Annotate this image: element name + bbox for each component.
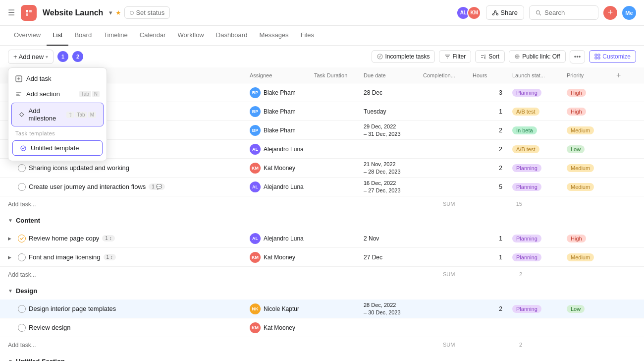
user-avatar[interactable]: Me xyxy=(622,6,636,20)
add-task-item[interactable]: Add task xyxy=(8,71,107,86)
priority-cell: Low xyxy=(567,305,616,313)
svg-line-8 xyxy=(496,12,497,13)
avatar: AL xyxy=(250,181,261,192)
table-row[interactable]: ▶ Font and image licensing 1 ↕ KM Kat Mo… xyxy=(0,248,644,267)
tab-workflow[interactable]: Workflow xyxy=(172,26,210,46)
section-untitled[interactable]: ▼ Untitled Section xyxy=(0,352,644,361)
add-new-button[interactable]: + Add new ▾ xyxy=(8,50,54,64)
incomplete-tasks-button[interactable]: Incomplete tasks xyxy=(372,50,435,63)
toolbar: + Add new ▾ 1 2 Add task Add section Tab… xyxy=(0,46,644,67)
add-milestone-shortcut: ⇧TabM xyxy=(66,112,96,118)
col-duration-header: Task Duration xyxy=(314,72,364,78)
sort-button[interactable]: Sort xyxy=(475,50,505,63)
template-untitled[interactable]: Untitled template xyxy=(12,140,103,156)
task-checkbox[interactable] xyxy=(18,164,26,172)
customize-button[interactable]: Customize xyxy=(589,50,636,63)
launch-cell: A/B test xyxy=(512,108,567,116)
avatar: KM xyxy=(467,6,481,20)
svg-rect-0 xyxy=(24,8,33,17)
add-section-shortcut: TabN xyxy=(79,91,100,97)
hours-cell: 3 xyxy=(473,89,512,96)
add-new-dropdown: Add task Add section TabN Add milestone … xyxy=(8,67,107,161)
due-cell: 21 Nov, 2022– 28 Dec, 2023 xyxy=(364,161,423,175)
tab-overview[interactable]: Overview xyxy=(8,26,47,46)
more-options-button[interactable]: ••• xyxy=(570,50,586,63)
launch-cell: Planning xyxy=(512,235,567,242)
svg-point-4 xyxy=(495,10,496,12)
svg-marker-17 xyxy=(20,113,24,117)
filter-button[interactable]: Filter xyxy=(439,50,471,63)
launch-cell: In beta xyxy=(512,126,567,134)
svg-line-7 xyxy=(494,12,495,13)
priority-cell: High xyxy=(567,235,616,242)
expand-icon[interactable]: ▶ xyxy=(8,255,15,260)
chevron-icon: ▼ xyxy=(8,359,13,361)
avatar: KM xyxy=(250,252,261,263)
assignee-cell: BP Blake Pham xyxy=(250,125,314,136)
menu-icon[interactable]: ☰ xyxy=(8,8,15,17)
public-link-button[interactable]: Public link: Off xyxy=(509,50,565,63)
svg-rect-3 xyxy=(26,13,28,16)
hours-cell: 2 xyxy=(473,127,512,134)
col-add-header[interactable]: + xyxy=(616,71,636,80)
share-button[interactable]: Share xyxy=(486,5,524,20)
table-row[interactable]: Create user journey and interaction flow… xyxy=(0,178,644,196)
assignee-cell: AL Alejandro Luna xyxy=(250,181,314,192)
svg-rect-1 xyxy=(26,10,28,12)
col-due-header: Due date xyxy=(364,72,423,78)
table-row[interactable]: Design interior page templates NK Nicole… xyxy=(0,300,644,318)
launch-cell: Planning xyxy=(512,305,567,313)
tab-messages[interactable]: Messages xyxy=(253,26,294,46)
chevron-down-icon[interactable]: ▾ xyxy=(109,9,112,16)
table-row[interactable]: ▶ Review home page copy 1 ↕ AL Alejandro… xyxy=(0,229,644,248)
avatar: NK xyxy=(250,303,261,314)
svg-rect-29 xyxy=(595,57,597,59)
expand-icon[interactable]: ▶ xyxy=(8,236,15,241)
tab-files[interactable]: Files xyxy=(295,26,320,46)
table-row[interactable]: Sharing icons updated and working KM Kat… xyxy=(0,159,644,178)
due-cell: 28 Dec xyxy=(364,89,423,96)
top-bar: ☰ Website Launch ▾ ★ Set status AL KM Sh… xyxy=(0,0,644,26)
star-icon[interactable]: ★ xyxy=(115,9,121,16)
col-completion-header: Completion... xyxy=(423,72,473,78)
top-bar-right: AL KM Share Search + Me xyxy=(456,5,636,20)
task-checkbox[interactable] xyxy=(18,235,26,242)
nav-tabs: Overview List Board Timeline Calendar Wo… xyxy=(0,26,644,46)
col-assignee-header: Assignee xyxy=(250,72,314,78)
search-box[interactable]: Search xyxy=(529,5,598,20)
set-status-button[interactable]: Set status xyxy=(124,6,170,19)
sum-value: 2 xyxy=(492,342,532,348)
task-checkbox[interactable] xyxy=(18,253,26,261)
tab-timeline[interactable]: Timeline xyxy=(98,26,134,46)
add-task-link[interactable]: Add task... xyxy=(8,342,36,349)
hours-cell: 1 xyxy=(473,254,512,261)
sum-label-text: SUM xyxy=(443,271,492,277)
add-task-link[interactable]: Add task... xyxy=(8,201,36,208)
task-checkbox[interactable] xyxy=(18,183,26,191)
add-milestone-item[interactable]: Add milestone ⇧TabM xyxy=(11,103,104,126)
table-row[interactable]: Review design KM Kat Mooney xyxy=(0,318,644,337)
priority-cell: Medium xyxy=(567,126,616,134)
add-button[interactable]: + xyxy=(603,6,617,20)
tab-list[interactable]: List xyxy=(47,26,68,46)
assignee-cell: KM Kat Mooney xyxy=(250,322,314,333)
tab-calendar[interactable]: Calendar xyxy=(134,26,172,46)
hours-cell: 2 xyxy=(473,146,512,153)
priority-cell: High xyxy=(567,108,616,116)
section-title: Content xyxy=(16,217,40,224)
section-title: Design xyxy=(16,287,37,295)
due-cell: 16 Dec, 2022– 27 Dec, 2023 xyxy=(364,180,423,194)
add-task-link[interactable]: Add task... xyxy=(8,271,36,278)
task-checkbox[interactable] xyxy=(18,324,26,332)
tab-dashboard[interactable]: Dashboard xyxy=(210,26,254,46)
toolbar-right: Incomplete tasks Filter Sort Public link… xyxy=(372,50,636,63)
tab-board[interactable]: Board xyxy=(68,26,98,46)
add-section-item[interactable]: Add section TabN xyxy=(8,86,107,102)
due-cell: Tuesday xyxy=(364,108,423,115)
due-cell: 29 Dec, 2022– 31 Dec, 2023 xyxy=(364,123,423,137)
sum-row-design: Add task... SUM 2 xyxy=(0,337,644,352)
sum-row: Add task... SUM 15 xyxy=(0,196,644,211)
task-checkbox[interactable] xyxy=(18,305,26,313)
section-design[interactable]: ▼ Design xyxy=(0,282,644,300)
section-content[interactable]: ▼ Content xyxy=(0,211,644,229)
